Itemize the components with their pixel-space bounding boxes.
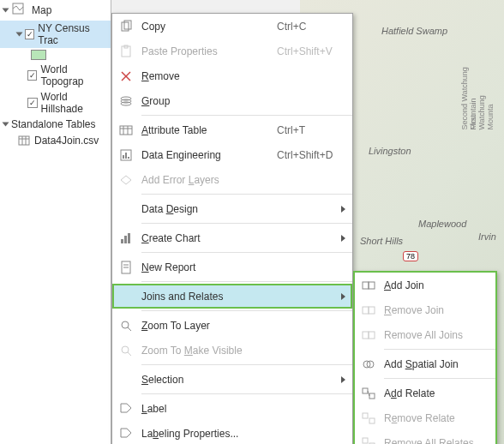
svg-rect-19 bbox=[123, 155, 124, 159]
toc-map-label: Map bbox=[32, 4, 51, 16]
remove-icon bbox=[117, 68, 135, 85]
svg-point-30 bbox=[122, 346, 129, 353]
svg-rect-14 bbox=[120, 126, 132, 135]
checkbox-icon[interactable]: ✓ bbox=[27, 98, 37, 108]
menu-selection[interactable]: Selection bbox=[112, 367, 352, 392]
svg-rect-22 bbox=[121, 239, 123, 243]
remove-all-relates-icon bbox=[360, 435, 377, 445]
expand-icon bbox=[3, 123, 9, 127]
menu-labeling-properties[interactable]: Labeling Properties... bbox=[112, 421, 352, 444]
contents-panel: Map ✓ NY Census Trac ✓ World Topograp ✓ … bbox=[0, 0, 111, 444]
svg-rect-33 bbox=[369, 282, 375, 289]
chart-icon bbox=[117, 230, 135, 247]
expand-icon bbox=[3, 9, 9, 13]
menu-zoom-to-visible: Zoom To Make Visible bbox=[112, 338, 352, 363]
joins-relates-submenu: Add Join Remove Join Remove All Joins Ad… bbox=[353, 271, 497, 444]
zoom-visible-icon bbox=[117, 342, 135, 359]
menu-separator bbox=[384, 349, 495, 350]
svg-rect-21 bbox=[128, 157, 129, 159]
svg-rect-36 bbox=[363, 332, 369, 339]
toc-table-label: Data4Join.csv bbox=[34, 135, 99, 147]
menu-separator bbox=[141, 364, 352, 365]
toc-table-data4join[interactable]: Data4Join.csv bbox=[0, 132, 111, 149]
toc-layer-hillshade[interactable]: ✓ World Hillshade bbox=[0, 89, 111, 117]
menu-separator bbox=[141, 115, 352, 116]
toc-map-node[interactable]: Map bbox=[0, 0, 111, 21]
toc-standalone-tables[interactable]: Standalone Tables bbox=[0, 117, 111, 132]
svg-rect-34 bbox=[363, 307, 369, 314]
map-place-shorthills: Short Hills bbox=[360, 236, 403, 246]
error-layers-icon bbox=[117, 171, 135, 189]
toc-layer-nycensus[interactable]: ✓ NY Census Trac bbox=[0, 21, 111, 48]
menu-separator bbox=[141, 223, 352, 224]
data-engineering-icon bbox=[117, 147, 135, 164]
submenu-arrow-icon bbox=[341, 206, 345, 213]
svg-rect-45 bbox=[363, 438, 368, 443]
menu-remove[interactable]: Remove bbox=[112, 63, 352, 88]
submenu-add-relate[interactable]: Add Relate bbox=[355, 381, 495, 405]
submenu-add-join[interactable]: Add Join bbox=[355, 273, 495, 297]
svg-rect-40 bbox=[363, 388, 368, 393]
toc-symbol-row[interactable] bbox=[0, 48, 111, 62]
svg-rect-44 bbox=[369, 418, 375, 423]
spatial-join-icon bbox=[360, 356, 377, 373]
copy-icon bbox=[117, 18, 135, 35]
menu-label[interactable]: Label bbox=[112, 396, 352, 421]
svg-rect-20 bbox=[125, 153, 127, 159]
map-hwy-shield: 78 bbox=[403, 251, 418, 261]
table-icon bbox=[117, 122, 135, 139]
report-icon bbox=[117, 259, 135, 276]
symbol-swatch bbox=[31, 50, 46, 60]
svg-line-31 bbox=[128, 352, 131, 356]
submenu-arrow-icon bbox=[341, 293, 345, 300]
menu-zoom-to-layer[interactable]: Zoom To Layer bbox=[112, 313, 352, 338]
map-place-hatfield: Hatfield Swamp bbox=[381, 26, 447, 36]
submenu-remove-all-relates: Remove All Relates bbox=[355, 430, 495, 444]
svg-rect-23 bbox=[124, 236, 127, 243]
label-props-icon bbox=[117, 425, 135, 442]
map-road-first: First Watchung Mounta bbox=[469, 85, 495, 130]
toc-layer-label: World Topograp bbox=[40, 63, 107, 87]
svg-line-29 bbox=[128, 327, 131, 331]
remove-relate-icon bbox=[360, 410, 377, 427]
map-place-maplewood: Maplewood bbox=[418, 219, 466, 229]
menu-attribute-table[interactable]: Attribute Table Ctrl+T bbox=[112, 117, 352, 142]
expand-icon bbox=[16, 33, 23, 37]
paste-icon bbox=[117, 43, 135, 60]
svg-point-28 bbox=[122, 321, 129, 328]
submenu-remove-join: Remove Join bbox=[355, 297, 495, 322]
menu-separator bbox=[141, 194, 352, 195]
submenu-add-spatial-join[interactable]: Add Spatial Join bbox=[355, 351, 495, 376]
menu-paste-properties: Paste Properties Ctrl+Shift+V bbox=[112, 39, 352, 63]
zoom-layer-icon bbox=[117, 317, 135, 334]
svg-rect-24 bbox=[128, 233, 130, 243]
label-icon bbox=[117, 400, 135, 417]
menu-data-design[interactable]: Data Design bbox=[112, 196, 352, 221]
menu-separator bbox=[141, 310, 352, 311]
add-join-icon bbox=[360, 277, 377, 294]
menu-separator bbox=[141, 281, 352, 282]
toc-layer-label: World Hillshade bbox=[41, 91, 107, 115]
toc-layer-topo[interactable]: ✓ World Topograp bbox=[0, 62, 111, 89]
menu-create-chart[interactable]: Create Chart bbox=[112, 225, 352, 250]
menu-new-report[interactable]: New Report bbox=[112, 255, 352, 279]
map-place-livingston: Livingston bbox=[369, 146, 411, 156]
table-icon bbox=[17, 134, 31, 147]
add-relate-icon bbox=[360, 385, 377, 402]
submenu-remove-all-joins: Remove All Joins bbox=[355, 322, 495, 347]
group-icon bbox=[117, 93, 135, 110]
submenu-arrow-icon bbox=[341, 376, 345, 383]
svg-rect-35 bbox=[369, 307, 375, 314]
map-frame-icon bbox=[11, 2, 28, 19]
svg-rect-43 bbox=[363, 413, 368, 418]
remove-all-joins-icon bbox=[360, 327, 377, 344]
remove-join-icon bbox=[360, 302, 377, 319]
menu-copy[interactable]: Copy Ctrl+C bbox=[112, 14, 352, 39]
menu-joins-and-relates[interactable]: Joins and Relates bbox=[112, 284, 352, 309]
checkbox-icon[interactable]: ✓ bbox=[27, 70, 37, 81]
menu-separator bbox=[141, 393, 352, 394]
checkbox-icon[interactable]: ✓ bbox=[25, 29, 34, 39]
submenu-arrow-icon bbox=[341, 235, 345, 242]
menu-data-engineering[interactable]: Data Engineering Ctrl+Shift+D bbox=[112, 142, 352, 167]
menu-group[interactable]: Group bbox=[112, 88, 352, 113]
